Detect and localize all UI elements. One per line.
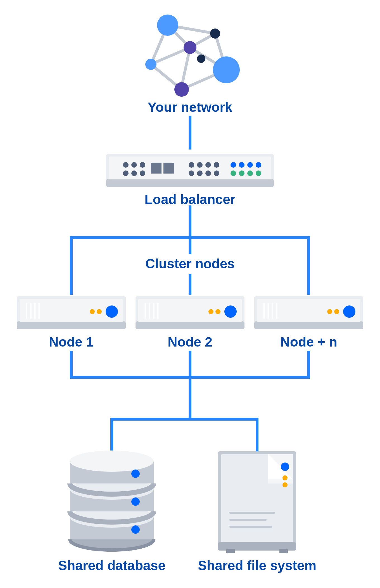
svg-point-44 (197, 162, 203, 168)
svg-point-54 (256, 162, 261, 168)
svg-point-35 (123, 162, 129, 168)
svg-rect-34 (109, 157, 271, 179)
svg-point-109 (282, 482, 288, 487)
database-icon (70, 451, 154, 550)
svg-point-87 (334, 309, 339, 314)
svg-point-30 (174, 82, 189, 97)
network-icon (145, 15, 240, 97)
svg-point-25 (157, 15, 178, 36)
svg-rect-42 (163, 163, 174, 174)
svg-point-50 (214, 170, 219, 176)
svg-point-57 (247, 170, 253, 176)
svg-point-26 (210, 29, 220, 39)
svg-point-28 (197, 54, 205, 63)
svg-point-56 (239, 170, 244, 176)
file-system-icon (218, 451, 296, 553)
svg-point-58 (256, 170, 261, 176)
svg-point-36 (131, 162, 137, 168)
svg-point-48 (197, 170, 203, 176)
svg-point-39 (131, 170, 137, 176)
svg-point-27 (184, 41, 196, 54)
shared-fs-label: Shared file system (198, 558, 316, 573)
shared-db-label: Shared database (58, 558, 165, 573)
svg-point-53 (247, 162, 253, 168)
svg-point-38 (123, 170, 129, 176)
svg-point-86 (327, 309, 332, 314)
svg-point-98 (131, 525, 140, 534)
svg-point-45 (205, 162, 211, 168)
network-label: Your network (148, 100, 232, 115)
svg-rect-110 (226, 549, 235, 553)
svg-point-76 (208, 309, 213, 314)
svg-point-43 (189, 162, 194, 168)
svg-rect-111 (279, 549, 288, 553)
load-balancer-label: Load balancer (144, 192, 235, 207)
load-balancer-icon (106, 154, 274, 187)
svg-point-55 (231, 170, 236, 176)
node-3-label: Node + n (280, 335, 337, 349)
cluster-heading: Cluster nodes (145, 256, 235, 271)
svg-point-40 (140, 170, 145, 176)
svg-point-95 (70, 451, 154, 472)
node-2-icon (136, 296, 244, 329)
svg-rect-41 (151, 163, 162, 174)
svg-point-67 (97, 309, 102, 314)
svg-point-68 (106, 305, 118, 318)
svg-point-66 (90, 309, 95, 314)
svg-rect-80 (254, 321, 363, 329)
svg-point-107 (281, 463, 289, 471)
node-1-icon (17, 296, 126, 329)
svg-point-108 (282, 475, 288, 480)
svg-point-78 (224, 305, 237, 318)
svg-point-46 (214, 162, 219, 168)
svg-point-49 (205, 170, 211, 176)
svg-point-77 (215, 309, 220, 314)
svg-point-37 (140, 162, 145, 168)
svg-point-47 (189, 170, 194, 176)
node-2-label: Node 2 (168, 335, 212, 349)
svg-point-51 (231, 162, 236, 168)
svg-point-96 (131, 470, 140, 478)
svg-point-88 (343, 305, 355, 318)
svg-rect-70 (136, 321, 244, 329)
svg-rect-60 (17, 321, 126, 329)
node-3-icon (254, 296, 363, 329)
node-1-label: Node 1 (49, 335, 94, 349)
svg-point-31 (145, 59, 156, 70)
svg-rect-33 (106, 179, 274, 187)
svg-point-97 (131, 497, 140, 506)
svg-point-52 (239, 162, 244, 168)
svg-point-29 (213, 56, 240, 83)
